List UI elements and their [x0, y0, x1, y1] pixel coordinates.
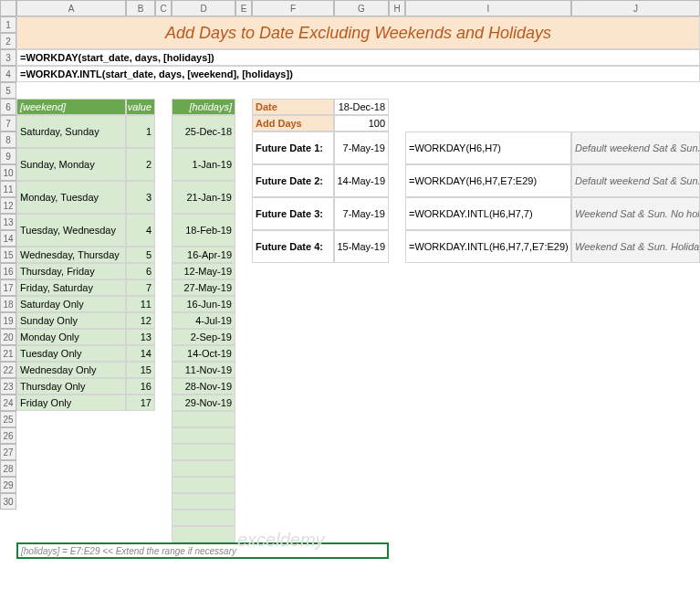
row-hdr-30[interactable]: 30	[0, 493, 16, 510]
weekend-name[interactable]: Wednesday, Thursday	[16, 247, 126, 263]
row-hdr-27[interactable]: 27	[0, 444, 16, 460]
weekend-value[interactable]: 17	[126, 395, 155, 411]
weekend-value[interactable]: 6	[126, 263, 155, 279]
holiday-date[interactable]: 14-Oct-19	[172, 345, 235, 362]
row-hdr-9[interactable]: 9	[0, 148, 16, 164]
row-hdr-24[interactable]: 24	[0, 395, 16, 411]
holiday-date[interactable]: 12-May-19	[172, 263, 235, 279]
holiday-date[interactable]: 27-May-19	[172, 279, 235, 296]
row-hdr-19[interactable]: 19	[0, 312, 16, 329]
weekend-name[interactable]: Sunday Only	[16, 312, 126, 329]
future-date-value-3[interactable]: 7-May-19	[334, 197, 389, 230]
col-hdr-D[interactable]: D	[172, 0, 235, 16]
weekend-name[interactable]: Thursday Only	[16, 378, 126, 395]
holiday-empty[interactable]	[172, 411, 235, 427]
weekend-name[interactable]: Tuesday, Wednesday	[16, 214, 126, 247]
col-hdr-E[interactable]: E	[235, 0, 252, 16]
row-hdr-10[interactable]: 10	[0, 164, 16, 181]
future-date-value-4[interactable]: 15-May-19	[334, 230, 389, 263]
weekend-name[interactable]: Sunday, Monday	[16, 148, 126, 181]
date-value[interactable]: 18-Dec-18	[334, 99, 389, 115]
weekend-value[interactable]: 5	[126, 247, 155, 263]
add-days-value[interactable]: 100	[334, 115, 389, 132]
weekend-value[interactable]: 14	[126, 345, 155, 362]
weekend-value[interactable]: 11	[126, 296, 155, 312]
row-hdr-26[interactable]: 26	[0, 427, 16, 444]
col-hdr-B[interactable]: B	[126, 0, 155, 16]
future-date-formula-3[interactable]: =WORKDAY.INTL(H6,H7,7)	[405, 197, 571, 230]
weekend-name[interactable]: Monday, Tuesday	[16, 181, 126, 214]
row-hdr-20[interactable]: 20	[0, 329, 16, 345]
footnote[interactable]: [holidays] = E7:E29 << Extend the range …	[16, 542, 389, 559]
holiday-empty[interactable]	[172, 510, 235, 526]
row-hdr-18[interactable]: 18	[0, 296, 16, 312]
row-hdr-13[interactable]: 13	[0, 214, 16, 230]
row-hdr-1[interactable]: 1	[0, 16, 16, 33]
weekend-name[interactable]: Friday, Saturday	[16, 279, 126, 296]
weekend-value[interactable]: 3	[126, 181, 155, 214]
row-hdr-23[interactable]: 23	[0, 378, 16, 395]
weekend-value[interactable]: 4	[126, 214, 155, 247]
holiday-date[interactable]: 1-Jan-19	[172, 148, 235, 181]
weekend-name[interactable]: Saturday Only	[16, 296, 126, 312]
row-hdr-4[interactable]: 4	[0, 66, 16, 82]
row-hdr-11[interactable]: 11	[0, 181, 16, 197]
col-hdr-G[interactable]: G	[334, 0, 389, 16]
row-hdr-15[interactable]: 15	[0, 247, 16, 263]
holiday-date[interactable]: 28-Nov-19	[172, 378, 235, 395]
col-hdr-C[interactable]: C	[155, 0, 172, 16]
col-hdr-I[interactable]: I	[405, 0, 571, 16]
weekend-value[interactable]: 16	[126, 378, 155, 395]
row-hdr-2[interactable]: 2	[0, 33, 16, 49]
weekend-value[interactable]: 2	[126, 148, 155, 181]
holiday-date[interactable]: 11-Nov-19	[172, 362, 235, 378]
holiday-empty[interactable]	[172, 427, 235, 444]
row-hdr-3[interactable]: 3	[0, 49, 16, 66]
row-hdr-22[interactable]: 22	[0, 362, 16, 378]
holiday-date[interactable]: 25-Dec-18	[172, 115, 235, 148]
holiday-date[interactable]: 16-Jun-19	[172, 296, 235, 312]
future-date-value-2[interactable]: 14-May-19	[334, 164, 389, 197]
holiday-date[interactable]: 18-Feb-19	[172, 214, 235, 247]
weekend-name[interactable]: Friday Only	[16, 395, 126, 411]
row-hdr-28[interactable]: 28	[0, 460, 16, 477]
col-hdr-F[interactable]: F	[252, 0, 334, 16]
holiday-empty[interactable]	[172, 444, 235, 460]
row-hdr-17[interactable]: 17	[0, 279, 16, 296]
row-hdr-16[interactable]: 16	[0, 263, 16, 279]
row-hdr-12[interactable]: 12	[0, 197, 16, 214]
row-hdr-21[interactable]: 21	[0, 345, 16, 362]
holiday-date[interactable]: 16-Apr-19	[172, 247, 235, 263]
weekend-name[interactable]: Tuesday Only	[16, 345, 126, 362]
weekend-name[interactable]: Monday Only	[16, 329, 126, 345]
holiday-date[interactable]: 4-Jul-19	[172, 312, 235, 329]
weekend-name[interactable]: Saturday, Sunday	[16, 115, 126, 148]
row-hdr-25[interactable]: 25	[0, 411, 16, 427]
row-hdr-7[interactable]: 7	[0, 115, 16, 132]
holiday-date[interactable]: 21-Jan-19	[172, 181, 235, 214]
row-hdr-14[interactable]: 14	[0, 230, 16, 247]
row-hdr-5[interactable]: 5	[0, 82, 16, 99]
future-date-formula-2[interactable]: =WORKDAY(H6,H7,E7:E29)	[405, 164, 571, 197]
weekend-value[interactable]: 1	[126, 115, 155, 148]
future-date-formula-4[interactable]: =WORKDAY.INTL(H6,H7,7,E7:E29)	[405, 230, 571, 263]
future-date-value-1[interactable]: 7-May-19	[334, 132, 389, 164]
holiday-empty[interactable]	[172, 493, 235, 510]
weekend-name[interactable]: Wednesday Only	[16, 362, 126, 378]
holiday-empty[interactable]	[172, 477, 235, 493]
row-hdr-29[interactable]: 29	[0, 477, 16, 493]
row-hdr-8[interactable]: 8	[0, 132, 16, 148]
holiday-date[interactable]: 29-Nov-19	[172, 395, 235, 411]
holiday-empty[interactable]	[172, 526, 235, 542]
weekend-value[interactable]: 13	[126, 329, 155, 345]
col-hdr-H[interactable]: H	[389, 0, 405, 16]
weekend-name[interactable]: Thursday, Friday	[16, 263, 126, 279]
col-hdr-A[interactable]: A	[16, 0, 126, 16]
holiday-date[interactable]: 2-Sep-19	[172, 329, 235, 345]
future-date-formula-1[interactable]: =WORKDAY(H6,H7)	[405, 132, 571, 164]
col-hdr-J[interactable]: J	[571, 0, 700, 16]
row-hdr-6[interactable]: 6	[0, 99, 16, 115]
weekend-value[interactable]: 12	[126, 312, 155, 329]
weekend-value[interactable]: 15	[126, 362, 155, 378]
holiday-empty[interactable]	[172, 460, 235, 477]
